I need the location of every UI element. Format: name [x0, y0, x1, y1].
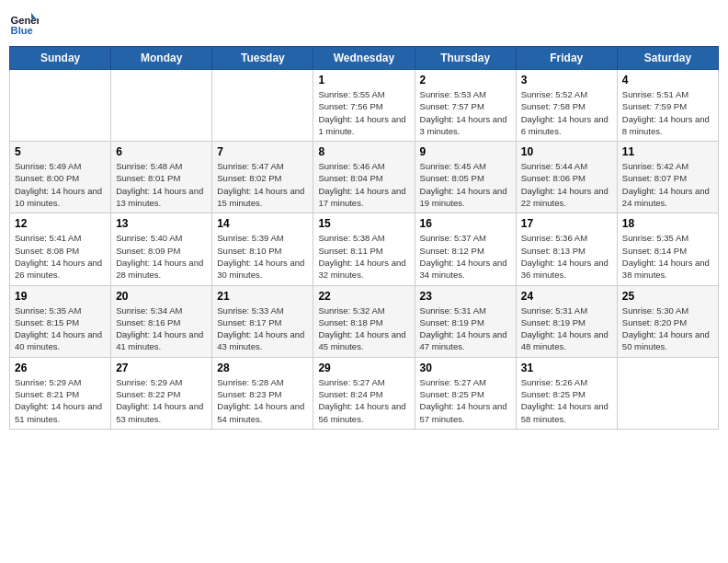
- calendar-cell: 5Sunrise: 5:49 AM Sunset: 8:00 PM Daylig…: [10, 142, 111, 213]
- day-number: 1: [318, 74, 409, 86]
- calendar-cell: 3Sunrise: 5:52 AM Sunset: 7:58 PM Daylig…: [516, 70, 617, 142]
- day-number: 21: [217, 290, 308, 303]
- calendar-cell: 8Sunrise: 5:46 AM Sunset: 8:04 PM Daylig…: [313, 142, 415, 213]
- day-info: Sunrise: 5:53 AM Sunset: 7:57 PM Dayligh…: [420, 88, 511, 137]
- day-number: 12: [15, 217, 106, 230]
- day-number: 26: [15, 362, 106, 374]
- calendar-cell: 29Sunrise: 5:27 AM Sunset: 8:24 PM Dayli…: [313, 357, 415, 429]
- week-row-2: 5Sunrise: 5:49 AM Sunset: 8:00 PM Daylig…: [10, 142, 719, 213]
- week-row-5: 26Sunrise: 5:29 AM Sunset: 8:21 PM Dayli…: [10, 357, 719, 429]
- day-info: Sunrise: 5:26 AM Sunset: 8:25 PM Dayligh…: [521, 376, 612, 425]
- calendar-cell: [111, 70, 212, 142]
- day-info: Sunrise: 5:39 AM Sunset: 8:10 PM Dayligh…: [217, 232, 308, 281]
- day-info: Sunrise: 5:33 AM Sunset: 8:17 PM Dayligh…: [217, 304, 308, 353]
- day-header-wednesday: Wednesday: [313, 47, 415, 70]
- calendar-cell: 18Sunrise: 5:35 AM Sunset: 8:14 PM Dayli…: [617, 213, 718, 285]
- day-header-tuesday: Tuesday: [212, 47, 313, 70]
- day-number: 6: [116, 145, 207, 158]
- calendar-cell: 16Sunrise: 5:37 AM Sunset: 8:12 PM Dayli…: [415, 213, 516, 285]
- day-header-thursday: Thursday: [415, 47, 516, 70]
- calendar-cell: 7Sunrise: 5:47 AM Sunset: 8:02 PM Daylig…: [212, 142, 313, 213]
- calendar-cell: 25Sunrise: 5:30 AM Sunset: 8:20 PM Dayli…: [617, 285, 718, 357]
- day-info: Sunrise: 5:35 AM Sunset: 8:15 PM Dayligh…: [15, 304, 106, 353]
- day-info: Sunrise: 5:35 AM Sunset: 8:14 PM Dayligh…: [622, 232, 713, 281]
- day-info: Sunrise: 5:42 AM Sunset: 8:07 PM Dayligh…: [622, 160, 713, 209]
- calendar-cell: 11Sunrise: 5:42 AM Sunset: 8:07 PM Dayli…: [617, 142, 718, 213]
- calendar-cell: 22Sunrise: 5:32 AM Sunset: 8:18 PM Dayli…: [313, 285, 415, 357]
- calendar-cell: 31Sunrise: 5:26 AM Sunset: 8:25 PM Dayli…: [516, 357, 617, 429]
- calendar-cell: 14Sunrise: 5:39 AM Sunset: 8:10 PM Dayli…: [212, 213, 313, 285]
- day-header-monday: Monday: [111, 47, 212, 70]
- day-info: Sunrise: 5:45 AM Sunset: 8:05 PM Dayligh…: [420, 160, 511, 209]
- calendar-cell: 19Sunrise: 5:35 AM Sunset: 8:15 PM Dayli…: [10, 285, 111, 357]
- day-number: 24: [521, 290, 612, 303]
- day-info: Sunrise: 5:36 AM Sunset: 8:13 PM Dayligh…: [521, 232, 612, 281]
- day-info: Sunrise: 5:27 AM Sunset: 8:24 PM Dayligh…: [318, 376, 409, 425]
- day-number: 14: [217, 217, 308, 230]
- day-number: 18: [622, 217, 713, 230]
- calendar-cell: 26Sunrise: 5:29 AM Sunset: 8:21 PM Dayli…: [10, 357, 111, 429]
- day-info: Sunrise: 5:34 AM Sunset: 8:16 PM Dayligh…: [116, 304, 207, 353]
- day-header-sunday: Sunday: [10, 47, 111, 70]
- day-info: Sunrise: 5:29 AM Sunset: 8:21 PM Dayligh…: [15, 376, 106, 425]
- logo-icon: General Blue: [9, 9, 39, 39]
- calendar-cell: 12Sunrise: 5:41 AM Sunset: 8:08 PM Dayli…: [10, 213, 111, 285]
- day-info: Sunrise: 5:40 AM Sunset: 8:09 PM Dayligh…: [116, 232, 207, 281]
- day-info: Sunrise: 5:51 AM Sunset: 7:59 PM Dayligh…: [622, 88, 713, 137]
- day-header-saturday: Saturday: [617, 47, 718, 70]
- day-number: 13: [116, 217, 207, 230]
- day-number: 10: [521, 145, 612, 158]
- day-info: Sunrise: 5:37 AM Sunset: 8:12 PM Dayligh…: [420, 232, 511, 281]
- day-number: 16: [420, 217, 511, 230]
- calendar-cell: 28Sunrise: 5:28 AM Sunset: 8:23 PM Dayli…: [212, 357, 313, 429]
- calendar-cell: 23Sunrise: 5:31 AM Sunset: 8:19 PM Dayli…: [415, 285, 516, 357]
- calendar-cell: [10, 70, 111, 142]
- day-number: 9: [420, 145, 511, 158]
- day-number: 2: [420, 74, 511, 86]
- calendar-cell: [617, 357, 718, 429]
- calendar-cell: 2Sunrise: 5:53 AM Sunset: 7:57 PM Daylig…: [415, 70, 516, 142]
- calendar-cell: 1Sunrise: 5:55 AM Sunset: 7:56 PM Daylig…: [313, 70, 415, 142]
- day-number: 11: [622, 145, 713, 158]
- day-info: Sunrise: 5:31 AM Sunset: 8:19 PM Dayligh…: [521, 304, 612, 353]
- day-number: 5: [15, 145, 106, 158]
- day-number: 31: [521, 362, 612, 374]
- day-info: Sunrise: 5:49 AM Sunset: 8:00 PM Dayligh…: [15, 160, 106, 209]
- logo: General Blue: [9, 9, 42, 39]
- week-row-4: 19Sunrise: 5:35 AM Sunset: 8:15 PM Dayli…: [10, 285, 719, 357]
- day-number: 4: [622, 74, 713, 86]
- day-info: Sunrise: 5:52 AM Sunset: 7:58 PM Dayligh…: [521, 88, 612, 137]
- day-number: 3: [521, 74, 612, 86]
- day-info: Sunrise: 5:44 AM Sunset: 8:06 PM Dayligh…: [521, 160, 612, 209]
- week-row-1: 1Sunrise: 5:55 AM Sunset: 7:56 PM Daylig…: [10, 70, 719, 142]
- calendar-cell: [212, 70, 313, 142]
- calendar-cell: 21Sunrise: 5:33 AM Sunset: 8:17 PM Dayli…: [212, 285, 313, 357]
- day-info: Sunrise: 5:46 AM Sunset: 8:04 PM Dayligh…: [318, 160, 409, 209]
- calendar-cell: 27Sunrise: 5:29 AM Sunset: 8:22 PM Dayli…: [111, 357, 212, 429]
- page-header: General Blue: [9, 9, 719, 39]
- day-number: 23: [420, 290, 511, 303]
- calendar-cell: 24Sunrise: 5:31 AM Sunset: 8:19 PM Dayli…: [516, 285, 617, 357]
- day-number: 15: [318, 217, 409, 230]
- day-info: Sunrise: 5:48 AM Sunset: 8:01 PM Dayligh…: [116, 160, 207, 209]
- day-info: Sunrise: 5:41 AM Sunset: 8:08 PM Dayligh…: [15, 232, 106, 281]
- svg-text:Blue: Blue: [11, 25, 33, 36]
- calendar-cell: 9Sunrise: 5:45 AM Sunset: 8:05 PM Daylig…: [415, 142, 516, 213]
- calendar-cell: 4Sunrise: 5:51 AM Sunset: 7:59 PM Daylig…: [617, 70, 718, 142]
- days-header-row: SundayMondayTuesdayWednesdayThursdayFrid…: [10, 47, 719, 70]
- day-number: 8: [318, 145, 409, 158]
- day-info: Sunrise: 5:47 AM Sunset: 8:02 PM Dayligh…: [217, 160, 308, 209]
- svg-text:General: General: [11, 15, 39, 26]
- day-number: 7: [217, 145, 308, 158]
- day-info: Sunrise: 5:29 AM Sunset: 8:22 PM Dayligh…: [116, 376, 207, 425]
- calendar-table: SundayMondayTuesdayWednesdayThursdayFrid…: [9, 46, 719, 430]
- week-row-3: 12Sunrise: 5:41 AM Sunset: 8:08 PM Dayli…: [10, 213, 719, 285]
- day-number: 30: [420, 362, 511, 374]
- calendar-cell: 20Sunrise: 5:34 AM Sunset: 8:16 PM Dayli…: [111, 285, 212, 357]
- day-header-friday: Friday: [516, 47, 617, 70]
- day-info: Sunrise: 5:31 AM Sunset: 8:19 PM Dayligh…: [420, 304, 511, 353]
- day-number: 20: [116, 290, 207, 303]
- day-number: 19: [15, 290, 106, 303]
- day-number: 28: [217, 362, 308, 374]
- day-number: 17: [521, 217, 612, 230]
